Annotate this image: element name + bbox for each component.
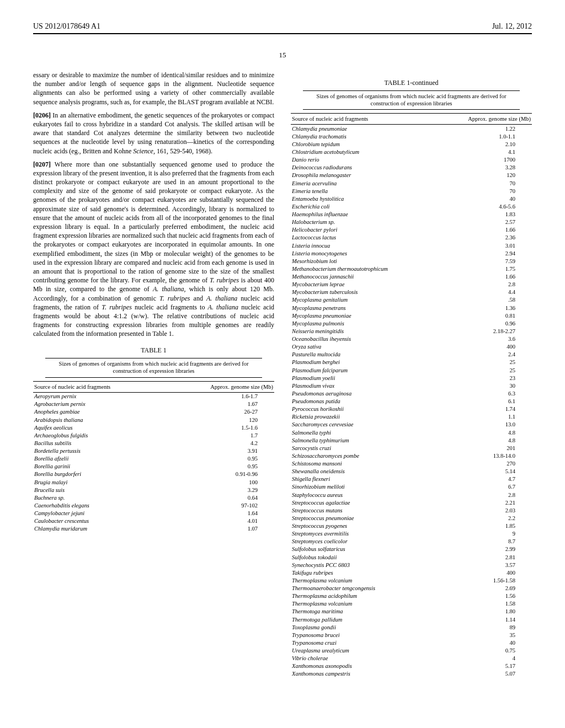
organism-cell: Shewanalla oneidensis <box>291 468 436 475</box>
table-row: Pasturella multocida2.4 <box>291 351 532 358</box>
genome-size-cell: 2.21 <box>436 499 532 506</box>
organism-cell: Mycoplasma penetrans <box>291 304 436 312</box>
organism-cell: Pasturella multocida <box>291 351 436 358</box>
para-0206-tail: 161, 529-540, 1968). <box>155 147 212 155</box>
table-row: Borellia burgdorferi0.91-0.96 <box>33 470 274 478</box>
genome-size-cell: 40 <box>436 639 532 646</box>
table-row: Trypanosoma brucei35 <box>291 631 532 639</box>
genome-size-cell: 1.1 <box>436 413 532 421</box>
table-row: Sarcocystis cruzi201 <box>291 444 532 452</box>
table1cont-wrapper: Source of nucleic acid fragments Approx.… <box>291 113 532 678</box>
table1cont-col-size: Approx. genome size (Mb) <box>436 114 532 125</box>
doc-date: Jul. 12, 2012 <box>492 22 532 31</box>
genome-size-cell: 4.7 <box>436 475 532 483</box>
genome-size-cell: 1.56-1.58 <box>436 576 532 584</box>
table-row: Xanthomonas axonopodis5.17 <box>291 662 532 670</box>
table-row: Salmonella typhimurium4.8 <box>291 436 532 444</box>
organism-cell: Salmonella typhimurium <box>291 436 436 444</box>
table-row: Streptomyces avermitilis9 <box>291 530 532 538</box>
organism-cell: Haemophilus influenzae <box>291 211 436 218</box>
genome-size-cell: 400 <box>436 343 532 351</box>
table-row: Thermotoga pallidum1.14 <box>291 615 532 623</box>
genome-size-cell: 4.1 <box>436 148 532 156</box>
table-row: Mycoplasma penetrans1.36 <box>291 304 532 312</box>
genome-size-cell: 3.6 <box>436 335 532 343</box>
genome-size-cell: 3.01 <box>436 242 532 249</box>
table-row: Brugia malayi100 <box>33 478 274 486</box>
table-row: Pseudomonas aeruginosa6.3 <box>291 389 532 397</box>
organism-cell: Salmonella typhi <box>291 429 436 436</box>
table-row: Sinorhizobium meliloti6.7 <box>291 483 532 491</box>
table-row: Bordetella pertussis3.91 <box>33 447 274 455</box>
table-row: Listeria monocytogenes2.94 <box>291 249 532 257</box>
table-row: Mycoplasma pulmonis0.96 <box>291 319 532 327</box>
para-number-0207: [0207] <box>33 160 51 168</box>
genome-size-cell: 4 <box>436 655 532 662</box>
table-row: Campylobacter jejuni1.64 <box>33 510 274 517</box>
genome-size-cell: 25 <box>436 358 532 366</box>
table-row: Halobacterium sp.2.57 <box>291 218 532 226</box>
genome-size-cell: 0.91-0.96 <box>165 470 274 478</box>
table1-wrapper: Source of nucleic acid fragments Approx.… <box>33 381 274 533</box>
organism-cell: Eimeria acervulina <box>291 179 436 187</box>
genome-size-cell: 0.95 <box>165 463 274 470</box>
table-row: Chlamydia muridarum1.07 <box>33 525 274 533</box>
organism-cell: Pseudomonas aeruginosa <box>291 389 436 397</box>
organism-cell: Chlorobium tepidum <box>291 140 436 148</box>
table-row: Thermoplasma volcanium1.58 <box>291 600 532 608</box>
organism-cell: Thermotoga pallidum <box>291 615 436 623</box>
genome-size-cell: 6.1 <box>436 398 532 405</box>
table-row: Saccharomyces cerevesiae13.0 <box>291 421 532 429</box>
genome-size-cell: 2.81 <box>436 553 532 561</box>
genome-size-cell: 1.5-1.6 <box>165 424 274 431</box>
genome-size-cell: 5.14 <box>436 468 532 475</box>
table-row: Mesorhizobium loti7.59 <box>291 257 532 265</box>
organism-cell: Pseudomonas putida <box>291 398 436 405</box>
organism-cell: Sulfolobus solfataricus <box>291 545 436 553</box>
genome-size-cell: 2.94 <box>436 249 532 257</box>
table-row: Trypanosoma cruzi40 <box>291 639 532 646</box>
genome-size-cell: 8.7 <box>436 538 532 545</box>
species-thaliana-1: A. thaliana <box>153 285 184 293</box>
table-row: Plasmodium falciparum25 <box>291 366 532 374</box>
genome-size-cell: 4.4 <box>436 288 532 296</box>
genome-size-cell: 1.36 <box>436 304 532 312</box>
table-row: Toxoplasma gondii89 <box>291 623 532 631</box>
organism-cell: Eimeria tenella <box>291 187 436 195</box>
genome-size-cell: 25 <box>436 366 532 374</box>
genome-size-cell: 2.57 <box>436 218 532 226</box>
para-0207-m5: nucleic acid fragments to <box>132 303 208 311</box>
table-row: Archaeoglobus fulgidis1.7 <box>33 431 274 439</box>
species-thaliana-3: A. thaliana <box>208 303 238 311</box>
organism-cell: Sulfolobus tokodaii <box>291 553 436 561</box>
organism-cell: Entamoeba hystolitica <box>291 195 436 202</box>
table-row: Plasmodium vivax30 <box>291 382 532 389</box>
page-header: US 2012/0178649 A1 Jul. 12, 2012 <box>33 22 532 31</box>
organism-cell: Caenorhabditis elegans <box>33 501 165 509</box>
genome-size-cell: 1.07 <box>165 525 274 533</box>
organism-cell: Danio rerio <box>291 156 436 164</box>
table-row: Borellia afzelii0.95 <box>33 455 274 463</box>
organism-cell: Oryza sativa <box>291 343 436 351</box>
genome-size-cell: 13.8-14.0 <box>436 452 532 459</box>
organism-cell: Mycoplasma pulmonis <box>291 319 436 327</box>
genome-size-cell: 6.7 <box>436 483 532 491</box>
genome-size-cell: 3.57 <box>436 561 532 569</box>
organism-cell: Plasmodium berghei <box>291 358 436 366</box>
organism-cell: Brugia malayi <box>33 478 165 486</box>
organism-cell: Plasmodium yoelii <box>291 374 436 382</box>
table-row: Pseudomonas putida6.1 <box>291 398 532 405</box>
para-number-0206: [0206] <box>33 111 51 119</box>
table-row: Thermotoga maritima1.80 <box>291 608 532 615</box>
organism-cell: Escherichia coli <box>291 202 436 210</box>
organism-cell: Sinorhizobium meliloti <box>291 483 436 491</box>
table-row: Helicobacter pylori1.66 <box>291 226 532 234</box>
organism-cell: Caulobacter crescentus <box>33 517 165 525</box>
doc-number: US 2012/0178649 A1 <box>33 22 100 31</box>
table1cont-col-source: Source of nucleic acid fragments <box>291 114 436 125</box>
genome-size-cell: 1.83 <box>436 211 532 218</box>
table1cont-title: TABLE 1-continued <box>291 79 532 87</box>
table-row: Oryza sativa400 <box>291 343 532 351</box>
genome-size-cell: 2.69 <box>436 585 532 592</box>
table-row: Danio rerio1700 <box>291 156 532 164</box>
